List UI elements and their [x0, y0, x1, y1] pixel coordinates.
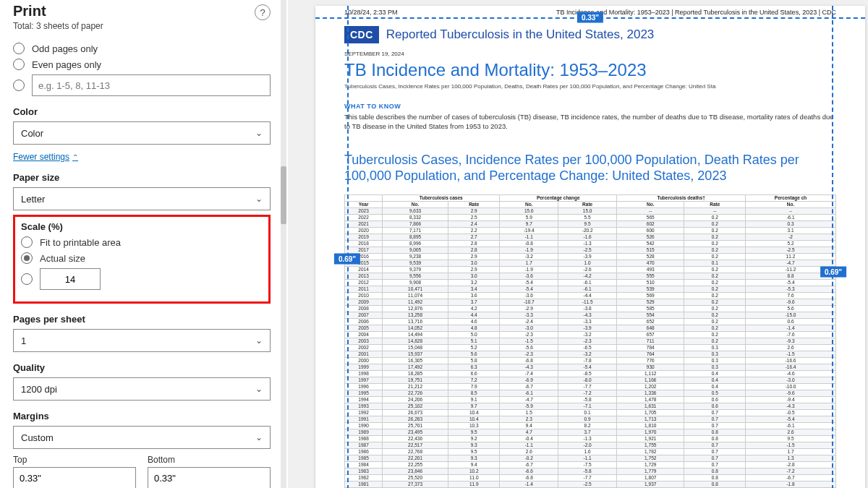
table-row: 200613,7164.6-2.4-3.36520.20.6 — [345, 318, 836, 325]
table-row: 199719,7517.2-6.9-8.01,1660.4-3.0 — [345, 377, 836, 383]
color-select[interactable]: Color ⌄ — [13, 121, 271, 145]
table-row: 199325,1029.7-5.9-7.11,6310.6-4.3 — [345, 403, 836, 409]
fewer-settings-link[interactable]: Fewer settings ⌃ — [13, 152, 78, 162]
document-content: CDC Reported Tuberculosis in the United … — [315, 17, 865, 488]
print-title: Print — [13, 3, 103, 20]
document-date: SEPTEMBER 19, 2024 — [344, 51, 836, 57]
radio-actual-size[interactable] — [21, 252, 33, 264]
table-column-header: Rate — [684, 201, 746, 207]
margin-tag-top[interactable]: 0.33" — [577, 12, 603, 23]
margins-select[interactable]: Custom ⌄ — [13, 426, 271, 449]
what-to-know-body: This table describes the number of cases… — [344, 113, 836, 132]
table-row: 198127,37311.9-1.4-2.51,9370.8-1.8 — [345, 481, 836, 487]
table-row: 199226,67310.41.50.11,7050.7-0.5 — [345, 409, 836, 416]
table-column-header: No. — [746, 201, 836, 207]
table-row: 199126,28310.42.30.91,7130.7-5.4 — [345, 416, 836, 422]
what-to-know-label: WHAT TO KNOW — [344, 103, 836, 110]
table-row: 199818,2856.6-7.4-8.51,1120.4-4.6 — [345, 370, 836, 377]
table-row: 198522,2019.3-0.2-1.11,7520.71.3 — [345, 455, 836, 461]
table-row: 199917,4926.3-4.3-5.49300.3-16.4 — [345, 364, 836, 370]
table-column-header: Rate — [448, 201, 500, 207]
table-row: 20159,5393.01.71.04700.1-4.7 — [345, 260, 836, 266]
margins-value: Custom — [21, 432, 54, 443]
table-row: 199621,2127.9-6.7-7.71,2020.4-10.0 — [345, 383, 836, 390]
table-row: 20149,3792.9-1.9-2.64930.2-11.2 — [345, 266, 836, 273]
sidebar-scrollbar[interactable] — [281, 0, 286, 488]
data-table-wrap: Tuberculosis casesPercentage changeTuber… — [344, 194, 836, 488]
margin-tag-left[interactable]: 0.69" — [334, 254, 360, 265]
radio-custom-scale[interactable] — [21, 273, 33, 285]
scale-highlight: Scale (%) Fit to printable area Actual s… — [13, 215, 271, 304]
table-row: 200812,8764.2-2.9-3.85850.25.6 — [345, 305, 836, 312]
scale-label: Scale (%) — [21, 221, 263, 232]
radio-page-range[interactable] — [13, 80, 25, 91]
document-heading: TB Incidence and Mortality: 1953–2023 — [344, 60, 836, 80]
table-row: 20239,6332.915.615.0------ — [345, 207, 836, 214]
table-column-header: Rate — [558, 201, 617, 207]
chevron-down-icon: ⌄ — [255, 432, 263, 442]
radio-even-pages[interactable] — [13, 59, 25, 70]
table-row: 200713,2584.4-3.3-4.35540.2-15.0 — [345, 312, 836, 318]
margin-top-label: Top — [13, 455, 136, 465]
margins-label: Margins — [13, 411, 271, 421]
table-row: 198822,4369.2-0.4-1.31,9210.89.5 — [345, 435, 836, 442]
margin-guide-left — [347, 6, 349, 488]
table-row: 198923,4959.54.73.71,9700.82.6 — [345, 429, 836, 435]
table-row: 200215,0485.2-5.6-6.57840.32.6 — [345, 344, 836, 351]
table-row: 20179,0652.8-1.9-2.55150.2-2.5 — [345, 247, 836, 253]
help-icon[interactable]: ? — [255, 4, 271, 20]
chevron-down-icon: ⌄ — [255, 128, 263, 138]
actual-size-label: Actual size — [40, 253, 85, 264]
table-row: 20139,5563.0-3.6-4.25550.28.8 — [345, 273, 836, 279]
table-row: 20207,1712.2-19.4-20.26000.23.1 — [345, 227, 836, 234]
pages-per-sheet-select[interactable]: 1 ⌄ — [13, 329, 271, 352]
quality-value: 1200 dpi — [21, 384, 57, 395]
fit-printable-label: Fit to printable area — [40, 237, 121, 248]
quality-label: Quality — [13, 362, 271, 373]
document-subtitle: Tuberculosis Cases, Incidence Rates per … — [344, 83, 836, 90]
table-row: 200314,8285.1-1.5-2.37110.2-9.3 — [345, 338, 836, 344]
table-heading: Tuberculosis Cases, Incidence Rates per … — [344, 152, 836, 184]
table-row: 199025,70110.39.48.21,8100.7-6.1 — [345, 422, 836, 429]
table-row: 201011,0743.6-3.6-4.45690.27.6 — [345, 292, 836, 299]
margin-top-input[interactable] — [13, 467, 136, 488]
margin-guide-right — [832, 6, 833, 488]
page-range-input[interactable] — [32, 74, 271, 96]
table-column-header: No. — [617, 201, 684, 207]
table-row: 20198,8952.7-1.1-1.65260.2-2 — [345, 234, 836, 240]
quality-select[interactable]: 1200 dpi ⌄ — [13, 377, 271, 401]
table-row: 200911,4923.7-10.7-11.55290.2-9.6 — [345, 299, 836, 305]
table-group-header — [345, 194, 383, 201]
paper-size-select[interactable]: Letter ⌄ — [13, 187, 271, 210]
table-row: 200115,9375.6-2.3-3.27640.3-1.5 — [345, 351, 836, 357]
table-row: 198225,52011.0-6.8-7.71,8070.8-6.7 — [345, 474, 836, 481]
table-column-header: No. — [383, 201, 448, 207]
odd-pages-label: Odd pages only — [32, 43, 98, 54]
table-row: 20169,2382.9-3.2-3.95280.211.2 — [345, 253, 836, 260]
even-pages-label: Even pages only — [32, 59, 101, 70]
table-row: 20217,8662.49.79.56020.20.3 — [345, 221, 836, 227]
table-row: 20129,9083.2-5.4-6.15100.2-5.4 — [345, 279, 836, 286]
chevron-down-icon: ⌄ — [255, 335, 263, 346]
margin-tag-right[interactable]: 0.69" — [820, 267, 846, 278]
custom-scale-input[interactable] — [40, 268, 101, 290]
table-row: 200016,3055.8-6.8-7.87760.3-16.6 — [345, 357, 836, 364]
table-group-header: Tuberculosis deaths† — [617, 194, 746, 201]
print-settings-panel: Print Total: 3 sheets of paper ? Odd pag… — [0, 0, 288, 488]
table-row: 200414,4945.0-2.3-3.26570.2-7.6 — [345, 331, 836, 338]
paper-size-value: Letter — [21, 194, 45, 205]
data-table: Tuberculosis casesPercentage changeTuber… — [344, 194, 836, 488]
table-row: 198622,7689.52.61.61,7820.71.7 — [345, 448, 836, 455]
paper-size-label: Paper size — [13, 172, 271, 183]
table-row: 20188,9962.8-0.8-1.35420.25.2 — [345, 240, 836, 247]
table-column-header: No. — [500, 201, 558, 207]
print-subtitle: Total: 3 sheets of paper — [13, 21, 103, 31]
table-row: 198722,5179.3-1.1-2.01,7550.7-1.5 — [345, 442, 836, 448]
table-row: 199424,2069.1-4.7-5.81,4780.6-9.4 — [345, 396, 836, 403]
scrollbar-thumb[interactable] — [281, 166, 286, 224]
print-preview: 0.33" 0.69" 0.69" 10/28/24, 2:33 PM TB I… — [288, 0, 868, 488]
color-select-value: Color — [21, 128, 43, 139]
margin-bottom-input[interactable] — [148, 467, 271, 488]
radio-odd-pages[interactable] — [13, 43, 25, 54]
radio-fit-printable[interactable] — [21, 236, 33, 248]
